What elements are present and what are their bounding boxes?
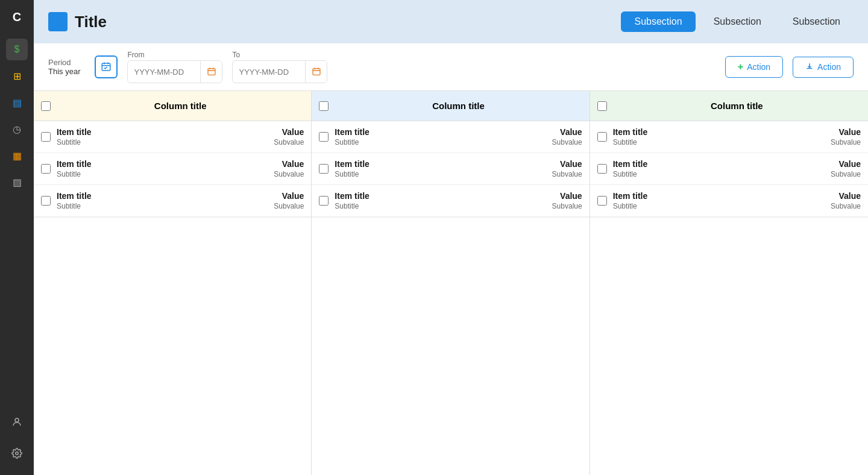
row-1-1-left: Item title Subtitle	[57, 127, 92, 146]
period-area: Period This year	[48, 58, 80, 76]
row-3-1-content: Item title Subtitle Value Subvalue	[613, 127, 861, 146]
sidebar-item-clock[interactable]: ◷	[6, 118, 28, 140]
calendar-sync-icon	[101, 61, 112, 72]
from-field-wrap: From	[127, 51, 222, 83]
row-2-2-checkbox[interactable]	[319, 164, 329, 174]
columns-wrapper: Column title Item title Subtitle Value S…	[34, 91, 868, 475]
table-row: Item title Subtitle Value Subvalue	[312, 153, 589, 185]
sidebar-item-barchart[interactable]: ▦	[6, 145, 28, 166]
row-3-3-left: Item title Subtitle	[613, 191, 648, 210]
row-1-2-content: Item title Subtitle Value Subvalue	[57, 159, 304, 178]
sidebar-item-settings[interactable]	[6, 444, 28, 465]
title-area: Title	[48, 12, 107, 31]
row-1-3-right: Value Subvalue	[274, 191, 304, 210]
from-date-input[interactable]	[128, 64, 200, 80]
row-2-3-right: Value Subvalue	[552, 191, 582, 210]
table-row: Item title Subtitle Value Subvalue	[34, 121, 311, 153]
col-1-empty	[34, 217, 311, 475]
row-1-3-subvalue: Subvalue	[274, 202, 304, 210]
sidebar-item-dollar[interactable]: $	[6, 39, 28, 60]
row-1-2-left: Item title Subtitle	[57, 159, 92, 178]
row-2-1-checkbox[interactable]	[319, 132, 329, 142]
col-3-header: Column title	[590, 91, 868, 121]
image-icon: ▨	[13, 177, 22, 188]
row-2-3-checkbox[interactable]	[319, 196, 329, 206]
sidebar-item-grid[interactable]: ⊞	[6, 65, 28, 87]
from-calendar-button[interactable]	[200, 61, 222, 83]
row-2-3-left: Item title Subtitle	[335, 191, 370, 210]
sidebar-item-layers[interactable]: ▤	[6, 92, 28, 113]
col-3-title: Column title	[613, 101, 861, 111]
row-1-1-content: Item title Subtitle Value Subvalue	[57, 127, 304, 146]
col-1-header-checkbox[interactable]	[41, 101, 51, 111]
action-download-button[interactable]: Action	[793, 57, 854, 78]
row-2-2-left: Item title Subtitle	[335, 159, 370, 178]
col-3-header-checkbox[interactable]	[597, 101, 607, 111]
row-3-3-checkbox[interactable]	[597, 196, 607, 206]
action1-label: Action	[747, 62, 770, 72]
user-icon	[11, 417, 22, 430]
row-3-3-right: Value Subvalue	[831, 191, 861, 210]
toolbar: Period This year From To	[34, 43, 868, 91]
row-3-1-checkbox[interactable]	[597, 132, 607, 142]
row-2-2-value: Value	[560, 159, 582, 169]
from-label: From	[127, 51, 222, 59]
row-1-2-right: Value Subvalue	[274, 159, 304, 178]
svg-point-0	[15, 418, 19, 422]
table-row: Item title Subtitle Value Subvalue	[312, 121, 589, 153]
row-1-1-title: Item title	[57, 127, 92, 137]
row-1-1-subtitle: Subtitle	[57, 138, 92, 146]
row-2-1-subtitle: Subtitle	[335, 138, 370, 146]
col-1-header: Column title	[34, 91, 311, 121]
tab-subsection-2[interactable]: Subsection	[700, 11, 775, 32]
svg-rect-2	[102, 63, 111, 71]
table-row: Item title Subtitle Value Subvalue	[34, 153, 311, 185]
tab-subsection-1[interactable]: Subsection	[621, 11, 695, 32]
row-2-2-right: Value Subvalue	[552, 159, 582, 178]
to-date-input[interactable]	[233, 64, 305, 80]
svg-rect-10	[313, 69, 320, 75]
row-1-3-title: Item title	[57, 191, 92, 201]
row-3-2-left: Item title Subtitle	[613, 159, 648, 178]
row-1-2-subtitle: Subtitle	[57, 170, 92, 178]
nav-tabs: Subsection Subsection Subsection	[621, 11, 854, 32]
row-1-3-value: Value	[282, 191, 304, 201]
row-2-1-value: Value	[560, 127, 582, 137]
row-3-2-right: Value Subvalue	[831, 159, 861, 178]
to-calendar-button[interactable]	[305, 61, 327, 83]
row-1-3-checkbox[interactable]	[41, 196, 51, 206]
app-logo: C	[7, 7, 27, 27]
to-input-row	[232, 60, 327, 83]
period-picker-button[interactable]	[95, 55, 118, 78]
clock-icon: ◷	[13, 124, 21, 135]
tab-subsection-3[interactable]: Subsection	[779, 11, 854, 32]
action2-label: Action	[817, 62, 841, 72]
row-1-2-title: Item title	[57, 159, 92, 169]
row-3-2-checkbox[interactable]	[597, 164, 607, 174]
column-2: Column title Item title Subtitle Value S…	[312, 91, 590, 475]
row-2-2-subvalue: Subvalue	[552, 170, 582, 178]
row-1-2-checkbox[interactable]	[41, 164, 51, 174]
column-3: Column title Item title Subtitle Value S…	[590, 91, 868, 475]
table-row: Item title Subtitle Value Subvalue	[312, 185, 589, 217]
row-2-3-content: Item title Subtitle Value Subvalue	[335, 191, 582, 210]
row-1-3-subtitle: Subtitle	[57, 202, 92, 210]
row-1-3-left: Item title Subtitle	[57, 191, 92, 210]
row-1-1-checkbox[interactable]	[41, 132, 51, 142]
period-label: Period	[48, 58, 80, 67]
svg-rect-6	[208, 69, 215, 75]
row-2-1-subvalue: Subvalue	[552, 138, 582, 146]
sidebar-item-user[interactable]	[6, 412, 28, 434]
bar-chart-icon: ▦	[13, 150, 22, 162]
row-3-3-content: Item title Subtitle Value Subvalue	[613, 191, 861, 210]
sidebar-item-image[interactable]: ▨	[6, 171, 28, 193]
action-add-button[interactable]: + Action	[725, 56, 783, 78]
row-1-2-subvalue: Subvalue	[274, 170, 304, 178]
settings-icon	[11, 448, 22, 461]
row-3-1-value: Value	[838, 127, 861, 137]
row-2-1-left: Item title Subtitle	[335, 127, 370, 146]
col-2-title: Column title	[335, 101, 582, 111]
row-1-1-value: Value	[282, 127, 304, 137]
col-2-header-checkbox[interactable]	[319, 101, 329, 111]
sidebar: C $ ⊞ ▤ ◷ ▦ ▨	[0, 0, 34, 475]
